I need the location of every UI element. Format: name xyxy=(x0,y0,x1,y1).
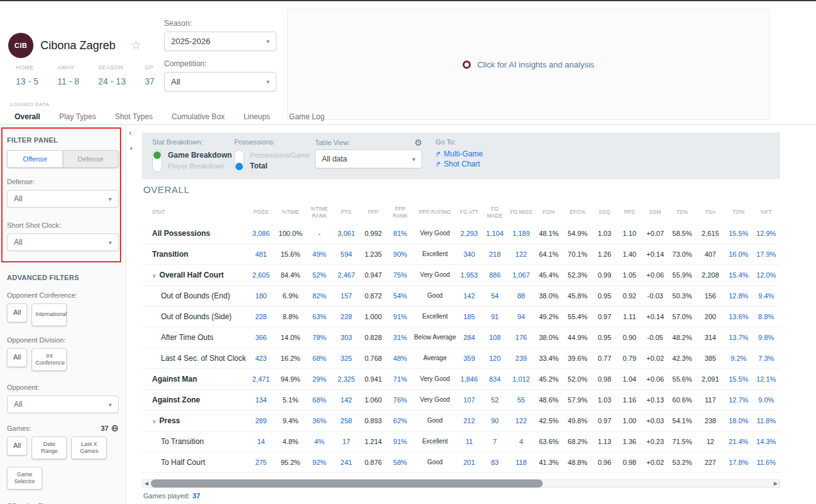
stat-cell: +0.02 xyxy=(642,348,668,368)
table-row-press[interactable]: ∨Press2899.4%36%2580.89362%Good212901224… xyxy=(142,410,780,431)
column-header-efg[interactable]: EFG% xyxy=(563,202,592,223)
column-header-ppp-rating[interactable]: PPP RATING xyxy=(413,202,457,223)
team-name: Cibona Zagreb xyxy=(40,39,115,52)
possessions-control: Possessions: Possessions/Game Total xyxy=(234,138,310,172)
multi-game-link[interactable]: ↱ Multi-Game xyxy=(435,149,483,158)
opponent-conference-option-international[interactable]: International xyxy=(32,303,67,326)
stat-cell: 70.1% xyxy=(563,243,592,264)
record-stat-label: SEASON xyxy=(98,64,126,71)
column-header-time-rank[interactable]: %TIME RANK xyxy=(305,202,333,223)
opponent-division-option-int-conference[interactable]: Int Conference xyxy=(32,348,67,371)
competition-filter: Competition: All ▾ xyxy=(164,59,276,91)
table-row-against-man[interactable]: Against Man2,47194.9%29%2,3250.94171%Ver… xyxy=(142,368,780,389)
column-header-ts[interactable]: TS% xyxy=(668,202,696,223)
column-header-ppp-rank[interactable]: PPP RANK xyxy=(387,202,413,223)
column-header-fg-att[interactable]: FG ATT xyxy=(456,202,482,223)
stat-cell: 8.8% xyxy=(275,306,305,327)
stat-cell: 48% xyxy=(387,348,413,368)
table-row-all-possessions[interactable]: All Possessions3,086100.0%-3,0610.99281%… xyxy=(142,223,780,243)
stat-cell: 91% xyxy=(387,306,413,327)
column-header-ft[interactable]: %FT xyxy=(752,202,780,223)
games-option-all[interactable]: All xyxy=(7,437,27,455)
column-header-ssq[interactable]: SSQ xyxy=(592,202,617,223)
option-total[interactable]: Total xyxy=(250,161,310,172)
stat-cell: 325 xyxy=(333,348,360,368)
table-row-after-time-outs[interactable]: After Time Outs36614.0%78%3030.82831%Bel… xyxy=(142,327,780,348)
table-row-overall-half-court[interactable]: ∨Overall Half Court2,60584.4%52%2,4670.9… xyxy=(142,264,780,285)
offense-button[interactable]: Offense xyxy=(7,150,63,168)
opponent-division-option-all[interactable]: All xyxy=(7,348,27,367)
record-season: SEASON24 - 13 xyxy=(98,64,126,86)
season-select[interactable]: 2025-2026 ▾ xyxy=(164,32,276,51)
short-shot-clock-select[interactable]: All ▾ xyxy=(7,233,119,251)
ai-insights-panel[interactable]: Click for AI insights and analysis xyxy=(287,9,770,120)
row-name: To Half Court xyxy=(161,458,205,467)
game-selector-button[interactable]: Game Selector xyxy=(7,467,42,489)
column-header-time[interactable]: %TIME xyxy=(275,202,305,223)
column-header-fg-miss[interactable]: FG MISS xyxy=(508,202,535,223)
competition-select[interactable]: All ▾ xyxy=(164,72,276,91)
table-row-to-transition[interactable]: To Transition144.8%4%171.21491%Excellent… xyxy=(142,431,780,452)
favorite-star-icon[interactable]: ☆ xyxy=(131,38,141,52)
option-player-breakdown[interactable]: Player Breakdown xyxy=(168,161,232,172)
stat-cell: 157 xyxy=(333,285,360,306)
stat-cell: 200 xyxy=(696,306,725,327)
stat-cell: 82% xyxy=(305,285,333,306)
column-header-stat[interactable]: STAT xyxy=(142,202,247,223)
stat-cell: 14.0% xyxy=(275,327,305,348)
short-shot-clock-value: All xyxy=(14,238,22,247)
season-filter: Season: 2025-2026 ▾ xyxy=(164,19,276,51)
scroll-right-arrow[interactable]: ▶ xyxy=(772,481,779,486)
stat-breakdown-toggle[interactable] xyxy=(152,149,162,172)
option-possessions-game[interactable]: Possessions/Game xyxy=(250,150,310,161)
stats-table-head: STATPOSS%TIME%TIME RANKPTSPPPPPP RANKPPP… xyxy=(142,202,780,223)
collapse-sidebar-button[interactable]: ‹ xyxy=(129,127,132,138)
row-label-cell: To Transition xyxy=(142,431,247,452)
table-row-out-of-bounds-end[interactable]: Out of Bounds (End)1806.9%82%1570.87254%… xyxy=(142,285,780,306)
column-header-ppp[interactable]: PPP xyxy=(360,202,387,223)
table-row-to-half-court[interactable]: To Half Court27595.2%92%2410.87658%Good2… xyxy=(142,452,780,472)
stat-cell: 1.03 xyxy=(592,389,617,410)
scrollbar-thumb[interactable] xyxy=(151,479,543,488)
scrollbar-track[interactable] xyxy=(150,479,772,488)
defense-filter-select[interactable]: All ▾ xyxy=(7,190,119,208)
stat-cell: 1.11 xyxy=(617,306,642,327)
gear-icon[interactable]: ⚙ xyxy=(414,138,422,147)
ai-insights-text: Click for AI insights and analysis xyxy=(477,60,594,69)
opponent-conference-option-all[interactable]: All xyxy=(7,303,27,322)
stat-cell: 84.4% xyxy=(275,264,305,285)
games-option-date-range[interactable]: Date Range xyxy=(32,437,67,459)
stat-cell: 4% xyxy=(305,431,333,452)
scroll-left-arrow[interactable]: ◀ xyxy=(143,481,150,486)
stat-cell: 0.97 xyxy=(592,306,617,327)
table-row-out-of-bounds-side[interactable]: Out of Bounds (Side)2288.8%63%2281.00091… xyxy=(142,306,780,327)
games-option-last-x-games[interactable]: Last X Games xyxy=(71,437,107,459)
horizontal-scrollbar[interactable]: ◀ ▶ xyxy=(142,479,780,488)
stat-cell: 49.8% xyxy=(563,410,592,431)
opponent-select[interactable]: All ▾ xyxy=(7,396,119,413)
column-header-to[interactable]: TO% xyxy=(724,202,752,223)
stat-cell: 9.2% xyxy=(724,348,752,368)
column-header-ssm[interactable]: SSM xyxy=(642,202,668,223)
column-header-poss[interactable]: POSS xyxy=(247,202,276,223)
stat-cell: 14 xyxy=(247,431,276,452)
column-header-pps[interactable]: PPS xyxy=(617,202,642,223)
table-row-against-zone[interactable]: Against Zone1345.1%68%1421.06076%Very Go… xyxy=(142,389,780,410)
stat-cell: 156 xyxy=(696,285,725,306)
shot-chart-link[interactable]: ↱ Shot Chart xyxy=(435,160,483,168)
chevron-down-icon[interactable]: ∨ xyxy=(152,418,157,425)
possessions-toggle[interactable] xyxy=(234,149,244,172)
scroll-up-arrow[interactable]: ▲ xyxy=(129,145,134,151)
table-row-last-4-sec-of-shot-clock[interactable]: Last 4 Sec. of Shot Clock42316.2%68%3250… xyxy=(142,348,780,368)
stat-cell: 9.4% xyxy=(752,285,780,306)
column-header-pts[interactable]: PTS xyxy=(333,202,360,223)
chevron-down-icon[interactable]: ∨ xyxy=(152,273,157,279)
column-header-fg-made[interactable]: FG MADE xyxy=(482,202,508,223)
stat-cell: 16.2% xyxy=(275,348,305,368)
table-row-transition[interactable]: Transition48115.6%49%5941.23590%Excellen… xyxy=(142,243,780,264)
table-view-select[interactable]: All data ▾ xyxy=(315,149,422,168)
column-header-fg[interactable]: FG% xyxy=(535,202,564,223)
option-game-breakdown[interactable]: Game Breakdown xyxy=(168,150,232,161)
defense-button[interactable]: Defense xyxy=(63,150,119,168)
column-header-tsa[interactable]: TSA xyxy=(696,202,725,223)
